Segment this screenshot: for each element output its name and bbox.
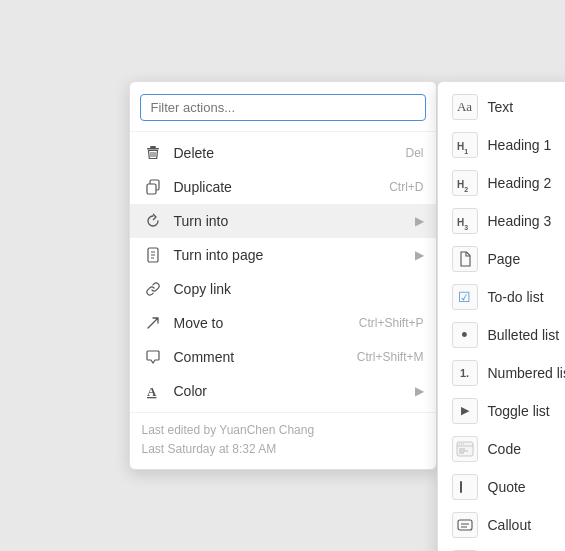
filter-actions-input[interactable] [140, 94, 426, 121]
svg-point-18 [460, 443, 462, 445]
delete-shortcut: Del [405, 146, 423, 160]
submenu-item-code[interactable]: Code [438, 430, 566, 468]
submenu-todo-label: To-do list [488, 289, 544, 305]
comment-icon [142, 346, 164, 368]
submenu-h1-icon: H1 [452, 132, 478, 158]
submenu-heading1-label: Heading 1 [488, 137, 552, 153]
copy-link-label: Copy link [174, 281, 424, 297]
turn-into-arrow: ▶ [415, 214, 424, 228]
submenu-callout-icon [452, 512, 478, 538]
submenu-quote-label: Quote [488, 479, 526, 495]
svg-text:A: A [147, 384, 157, 399]
color-icon: A [142, 380, 164, 402]
svg-text:H1: H1 [457, 141, 468, 154]
menu-item-delete[interactable]: Delete Del [130, 136, 436, 170]
svg-rect-6 [147, 184, 156, 194]
submenu-numbered-label: Numbered list [488, 365, 566, 381]
submenu-item-callout[interactable]: Callout [438, 506, 566, 544]
trash-icon [142, 142, 164, 164]
submenu-h2-icon: H2 [452, 170, 478, 196]
submenu-page-label: Page [488, 251, 521, 267]
submenu-item-heading1[interactable]: H1 Heading 1 [438, 126, 566, 164]
footer-line1: Last edited by YuanChen Chang [142, 421, 424, 440]
delete-label: Delete [174, 145, 406, 161]
copy-link-icon [142, 278, 164, 300]
move-to-label: Move to [174, 315, 359, 331]
submenu-heading2-label: Heading 2 [488, 175, 552, 191]
duplicate-label: Duplicate [174, 179, 390, 195]
submenu-heading3-label: Heading 3 [488, 213, 552, 229]
duplicate-shortcut: Ctrl+D [389, 180, 423, 194]
menu-item-turn-into-page[interactable]: Turn into page ▶ [130, 238, 436, 272]
turn-into-page-arrow: ▶ [415, 248, 424, 262]
submenu-item-text[interactable]: Aa Text [438, 88, 566, 126]
submenu-code-label: Code [488, 441, 521, 457]
footer-line2: Last Saturday at 8:32 AM [142, 440, 424, 459]
submenu-item-page[interactable]: Page [438, 240, 566, 278]
menu-footer: Last edited by YuanChen Chang Last Satur… [130, 412, 436, 463]
submenu-callout-label: Callout [488, 517, 532, 533]
submenu-item-heading3[interactable]: H3 Heading 3 [438, 202, 566, 240]
turn-into-label: Turn into [174, 213, 409, 229]
submenu-bulleted-label: Bulleted list [488, 327, 560, 343]
submenu-item-heading2[interactable]: H2 Heading 2 [438, 164, 566, 202]
turn-into-page-icon [142, 244, 164, 266]
submenu-text-label: Text [488, 99, 514, 115]
move-to-icon [142, 312, 164, 334]
context-menu-wrapper: Delete Del Duplicate Ctrl+D Turn into ▶ … [129, 81, 437, 470]
comment-label: Comment [174, 349, 357, 365]
svg-rect-23 [460, 481, 462, 493]
turn-into-icon [142, 210, 164, 232]
svg-point-19 [462, 443, 464, 445]
menu-item-move-to[interactable]: Move to Ctrl+Shift+P [130, 306, 436, 340]
submenu-item-quote[interactable]: Quote [438, 468, 566, 506]
submenu-todo-icon: ☑ [452, 284, 478, 310]
comment-shortcut: Ctrl+Shift+M [357, 350, 424, 364]
menu-divider-top [130, 131, 436, 132]
submenu-quote-icon [452, 474, 478, 500]
menu-item-copy-link[interactable]: Copy link [130, 272, 436, 306]
submenu-item-bulleted[interactable]: • Bulleted list [438, 316, 566, 354]
menu-item-duplicate[interactable]: Duplicate Ctrl+D [130, 170, 436, 204]
submenu-item-toggle[interactable]: ▶ Toggle list [438, 392, 566, 430]
color-label: Color [174, 383, 409, 399]
duplicate-icon [142, 176, 164, 198]
menu-item-color[interactable]: A Color ▶ [130, 374, 436, 408]
submenu-bullet-icon: • [452, 322, 478, 348]
svg-rect-1 [147, 148, 159, 150]
context-menu: Delete Del Duplicate Ctrl+D Turn into ▶ … [129, 81, 437, 470]
svg-rect-24 [458, 520, 472, 530]
submenu-h3-icon: H3 [452, 208, 478, 234]
menu-item-comment[interactable]: Comment Ctrl+Shift+M [130, 340, 436, 374]
submenu-item-todo[interactable]: ☑ To-do list [438, 278, 566, 316]
submenu-page-icon [452, 246, 478, 272]
submenu-text-icon: Aa [452, 94, 478, 120]
submenu-toggle-icon: ▶ [452, 398, 478, 424]
turn-into-page-label: Turn into page [174, 247, 409, 263]
submenu-item-numbered[interactable]: 1. Numbered list [438, 354, 566, 392]
submenu-toggle-label: Toggle list [488, 403, 550, 419]
svg-text:H2: H2 [457, 179, 468, 192]
svg-point-17 [458, 443, 460, 445]
submenu-code-icon [452, 436, 478, 462]
menu-item-turn-into[interactable]: Turn into ▶ [130, 204, 436, 238]
submenu-item-equation[interactable]: TeX Block equation [438, 544, 566, 551]
submenu-number-icon: 1. [452, 360, 478, 386]
search-wrap [130, 88, 436, 127]
submenu-turn-into: Aa Text H1 Heading 1 H2 Heading 2 H3 Hea… [437, 81, 566, 551]
move-to-shortcut: Ctrl+Shift+P [359, 316, 424, 330]
svg-rect-0 [150, 146, 156, 148]
color-arrow: ▶ [415, 384, 424, 398]
svg-text:H3: H3 [457, 217, 468, 230]
